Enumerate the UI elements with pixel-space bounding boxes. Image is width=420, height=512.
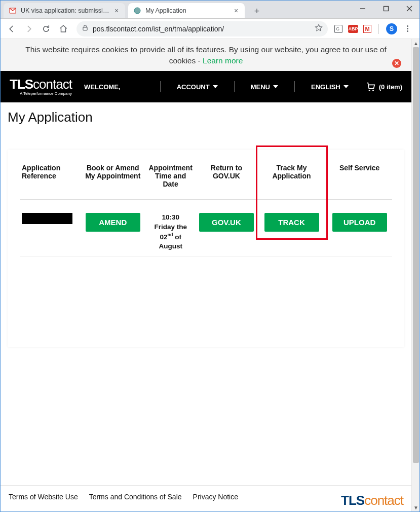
page-title: My Application: [8, 109, 404, 125]
gmail-icon: [9, 7, 17, 15]
appointment-text: 10:30 Friday the 02nd of August: [146, 213, 195, 250]
scroll-up-button[interactable]: ▲: [412, 39, 419, 47]
separator: [378, 24, 379, 34]
window-maximize-button[interactable]: [379, 4, 393, 14]
address-bar[interactable]: pos.tlscontact.com/ist_en/tma/applicatio…: [77, 21, 328, 36]
svg-text:G: G: [336, 27, 339, 31]
footer-logo-rest: contact: [364, 493, 403, 508]
window-minimize-button[interactable]: [356, 4, 370, 14]
nav-label: MENU: [251, 83, 270, 91]
security-icon[interactable]: M: [363, 25, 371, 33]
browser-menu-button[interactable]: [402, 24, 412, 34]
scroll-down-button[interactable]: ▼: [412, 503, 419, 511]
nav-cart[interactable]: (0 item): [365, 81, 402, 92]
browser-tab-gmail[interactable]: UK visa application: submission c ×: [4, 3, 125, 18]
upload-button[interactable]: UPLOAD: [332, 213, 387, 232]
svg-point-8: [369, 90, 370, 91]
new-tab-button[interactable]: +: [250, 4, 264, 18]
profile-avatar[interactable]: S: [386, 23, 397, 34]
nav-back-button[interactable]: [5, 22, 19, 36]
tab-close-icon[interactable]: ×: [233, 7, 240, 14]
col-header-appointment: Appointment Time and Date: [144, 164, 197, 200]
window-close-button[interactable]: [402, 4, 416, 14]
appt-date-pre: 02: [160, 233, 167, 240]
nav-language[interactable]: ENGLISH: [305, 83, 355, 91]
application-table: Application Reference Book or Amend My A…: [20, 164, 392, 269]
footer-link-terms-website[interactable]: Terms of Website Use: [9, 493, 78, 501]
url-text: pos.tlscontact.com/ist_en/tma/applicatio…: [93, 25, 311, 33]
col-header-self-service: Self Service: [327, 164, 392, 200]
cell-self-service: UPLOAD: [327, 200, 392, 256]
appt-day: Friday the: [154, 223, 187, 231]
svg-point-4: [134, 8, 140, 14]
chevron-down-icon: [343, 85, 349, 88]
govuk-button[interactable]: GOV.UK: [199, 213, 254, 232]
star-icon[interactable]: [315, 24, 323, 34]
adblock-icon[interactable]: ABP: [348, 25, 358, 33]
table-header-row: Application Reference Book or Amend My A…: [20, 164, 392, 200]
nav-forward-button[interactable]: [22, 22, 36, 36]
footer-link-privacy[interactable]: Privacy Notice: [193, 493, 238, 501]
cart-icon: [365, 81, 376, 92]
chevron-down-icon: [273, 85, 278, 88]
appt-date-sup: nd: [167, 232, 173, 237]
tab-title: UK visa application: submission c: [21, 7, 110, 14]
site-favicon: [133, 7, 141, 15]
nav-reload-button[interactable]: [39, 22, 53, 36]
nav-account[interactable]: ACCOUNT: [171, 83, 224, 91]
amend-button[interactable]: AMEND: [86, 213, 140, 232]
svg-point-9: [372, 90, 374, 91]
logo-bold: TLS: [10, 77, 33, 92]
footer-link-terms-sale[interactable]: Terms and Conditions of Sale: [89, 493, 182, 501]
nav-label: ENGLISH: [311, 83, 340, 91]
chevron-down-icon: [213, 85, 218, 88]
col-header-reference: Application Reference: [20, 164, 81, 200]
appt-time: 10:30: [162, 213, 179, 221]
cell-reference: [20, 200, 81, 256]
separator: [160, 81, 161, 92]
logo-rest: contact: [33, 77, 72, 92]
footer-logo: TLScontact: [341, 493, 403, 508]
appt-date-post: of: [173, 233, 181, 240]
svg-rect-1: [384, 7, 389, 11]
cell-track: TRACK: [256, 200, 327, 256]
tab-title: My Application: [145, 7, 230, 14]
col-header-book: Book or Amend My Appointment: [81, 164, 144, 200]
logo-subtitle: A Teleperformance Company: [10, 92, 72, 96]
cookie-notice: This website requires cookies to provide…: [1, 39, 411, 71]
welcome-text: WELCOME,: [82, 83, 121, 91]
cell-book: AMEND: [81, 200, 144, 256]
browser-toolbar: pos.tlscontact.com/ist_en/tma/applicatio…: [1, 19, 419, 39]
lock-icon: [82, 24, 89, 33]
site-logo[interactable]: TLScontact A Teleperformance Company: [10, 78, 72, 96]
translate-icon[interactable]: G: [334, 24, 343, 33]
separator: [294, 81, 295, 92]
nav-home-button[interactable]: [56, 22, 70, 36]
cell-appointment: 10:30 Friday the 02nd of August: [144, 200, 197, 256]
col-header-track: Track My Application: [256, 164, 327, 200]
reference-redacted: [22, 213, 72, 224]
cookie-learn-more-link[interactable]: Learn more: [203, 56, 243, 65]
nav-label: ACCOUNT: [177, 83, 210, 91]
browser-tab-active[interactable]: My Application ×: [128, 3, 245, 18]
application-card: Application Reference Book or Amend My A…: [8, 150, 404, 347]
cookie-close-button[interactable]: ✕: [392, 59, 401, 68]
site-header: TLScontact A Teleperformance Company WEL…: [1, 71, 411, 102]
table-row: AMEND 10:30 Friday the 02nd of August GO…: [20, 200, 392, 256]
cell-return: GOV.UK: [197, 200, 256, 256]
col-header-return: Return to GOV.UK: [197, 164, 256, 200]
svg-rect-5: [83, 27, 87, 30]
footer-logo-bold: TLS: [341, 493, 364, 508]
nav-menu[interactable]: MENU: [245, 83, 284, 91]
track-button[interactable]: TRACK: [264, 213, 319, 232]
separator: [234, 81, 235, 92]
tab-close-icon[interactable]: ×: [113, 7, 120, 14]
vertical-scrollbar[interactable]: ▲ ▼: [411, 39, 419, 511]
site-footer: Terms of Website Use Terms and Condition…: [1, 485, 411, 511]
cart-count: (0 item): [379, 83, 402, 91]
scroll-thumb[interactable]: [413, 47, 419, 463]
appt-month: August: [159, 242, 182, 250]
